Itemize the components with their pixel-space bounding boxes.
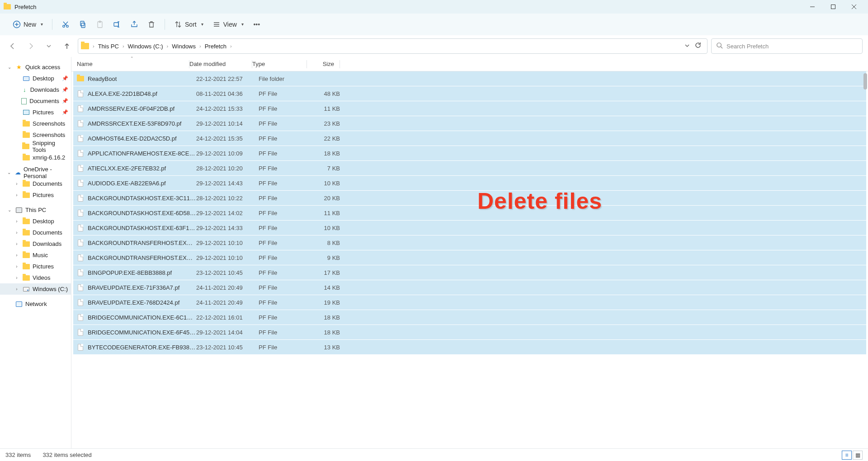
file-type: PF File [259, 284, 313, 291]
file-date: 23-12-2021 10:45 [196, 344, 259, 351]
file-icon [77, 299, 84, 306]
sidebar-item[interactable]: ·↓Downloads📌 [0, 84, 71, 95]
back-button[interactable] [5, 39, 20, 53]
new-label: New [24, 21, 36, 28]
file-row[interactable]: ALEXA.EXE-22D1BD48.pf08-11-2021 04:36PF … [73, 86, 866, 101]
ellipsis-icon: ••• [253, 20, 261, 28]
copy-button[interactable] [74, 18, 91, 31]
sidebar-item[interactable]: ·Documents📌 [0, 95, 71, 107]
sidebar-item[interactable]: ·Pictures📌 [0, 107, 71, 118]
pin-icon: 📌 [62, 98, 68, 104]
file-row[interactable]: BINGPOPUP.EXE-8EBB3888.pf23-12-2021 10:4… [73, 265, 866, 280]
icons-view-button[interactable]: ▦ [853, 451, 863, 460]
file-date: 29-12-2021 14:33 [196, 225, 259, 231]
sidebar-item[interactable]: ·Desktop📌 [0, 73, 71, 84]
sidebar-quick-access[interactable]: ⌄ ★ Quick access [0, 61, 71, 73]
sidebar-item[interactable]: ›Downloads [0, 238, 71, 249]
file-size: 13 KB [313, 344, 345, 351]
file-row[interactable]: AMDRSSERV.EXE-0F04F2DB.pf24-12-2021 15:3… [73, 101, 866, 116]
sort-button[interactable]: Sort ▾ [170, 18, 208, 31]
svg-line-23 [721, 47, 722, 48]
pin-icon: 📌 [62, 75, 68, 81]
file-icon [77, 179, 84, 187]
file-row[interactable]: AMDRSSRCEXT.EXE-53F8D970.pf29-12-2021 10… [73, 116, 866, 131]
file-row[interactable]: BACKGROUNDTRANSFERHOST.EXE-1A4...29-12-2… [73, 235, 866, 250]
sidebar-item[interactable]: ·Screenshots [0, 118, 71, 129]
sidebar-network[interactable]: › Network [0, 298, 71, 310]
file-list: ReadyBoot22-12-2021 22:57File folderALEX… [71, 71, 868, 355]
address-bar[interactable]: › This PC › Windows (C:) › Windows › Pre… [78, 38, 708, 54]
new-button[interactable]: New ▾ [8, 18, 47, 31]
refresh-icon[interactable] [694, 42, 702, 51]
sidebar-item-label: Pictures [33, 263, 54, 270]
sidebar-item[interactable]: ›Pictures [0, 189, 71, 201]
column-date[interactable]: Date modified [189, 61, 252, 67]
sidebar-item[interactable]: ›Desktop [0, 216, 71, 227]
file-row[interactable]: BACKGROUNDTASKHOST.EXE-6D58042C...29-12-… [73, 206, 866, 220]
file-name: BRIDGECOMMUNICATION.EXE-6C1D9F2... [88, 314, 196, 321]
up-button[interactable] [60, 39, 74, 53]
sidebar-item[interactable]: ›Videos [0, 272, 71, 283]
more-button[interactable]: ••• [248, 18, 265, 31]
delete-button[interactable] [143, 18, 160, 31]
file-row[interactable]: APPLICATIONFRAMEHOST.EXE-8CE9A1E...29-12… [73, 146, 866, 160]
main-area: ⌄ ★ Quick access ·Desktop📌·↓Downloads📌·D… [0, 57, 868, 448]
file-name: AMDRSSRCEXT.EXE-53F8D970.pf [88, 120, 196, 127]
sidebar-item[interactable]: ›Windows (C:) [0, 283, 71, 295]
breadcrumb-item[interactable]: Windows (C:) [126, 42, 165, 51]
chevron-down-icon[interactable] [684, 42, 690, 50]
share-button[interactable] [126, 18, 143, 31]
column-type[interactable]: Type [252, 61, 307, 67]
file-date: 22-12-2021 16:01 [196, 314, 259, 321]
breadcrumb-item[interactable]: This PC [96, 42, 121, 51]
column-size[interactable]: Size [307, 61, 340, 67]
chevron-right-icon: › [92, 43, 95, 49]
file-row[interactable]: ReadyBoot22-12-2021 22:57File folder [73, 71, 866, 86]
breadcrumb-item[interactable]: Windows [170, 42, 198, 51]
annotation-text: Delete files [477, 188, 602, 214]
column-name[interactable]: Name [77, 61, 189, 67]
recent-button[interactable] [42, 39, 56, 53]
search-input[interactable] [726, 43, 858, 50]
file-row[interactable]: AOMHOST64.EXE-D2DA2C5D.pf24-12-2021 15:3… [73, 131, 866, 146]
file-row[interactable]: BACKGROUNDTASKHOST.EXE-63F11000...29-12-… [73, 221, 866, 235]
share-icon [130, 20, 138, 28]
sidebar-item[interactable]: ·xmrig-6.16.2 [0, 152, 71, 163]
file-row[interactable]: ATIECLXX.EXE-2FE7EB32.pf28-12-2021 10:20… [73, 161, 866, 175]
close-button[interactable] [844, 0, 864, 14]
details-view-button[interactable]: ≡ [842, 451, 852, 460]
sidebar-item[interactable]: ›Documents [0, 178, 71, 189]
breadcrumb-item[interactable]: Prefetch [203, 42, 228, 51]
file-row[interactable]: BRIDGECOMMUNICATION.EXE-6C1D9F2...22-12-… [73, 310, 866, 325]
search-box[interactable] [711, 38, 863, 54]
file-type: PF File [259, 90, 313, 97]
file-name: BYTECODEGENERATOR.EXE-FB938A53.pf [88, 344, 196, 351]
file-size: 11 KB [313, 105, 345, 112]
sidebar-item-label: Pictures [33, 192, 54, 198]
sidebar-item[interactable]: ›Documents [0, 227, 71, 238]
sidebar-item[interactable]: ›Music [0, 249, 71, 261]
file-row[interactable]: BRIDGECOMMUNICATION.EXE-6F450931...29-12… [73, 325, 866, 339]
sidebar-thispc[interactable]: ⌄ This PC [0, 204, 71, 216]
item-icon [23, 109, 30, 116]
view-button[interactable]: View ▾ [208, 18, 248, 31]
sidebar-item[interactable]: ›Pictures [0, 261, 71, 272]
cut-button[interactable] [57, 18, 74, 31]
file-row[interactable]: BRAVEUPDATE.EXE-71F336A7.pf24-11-2021 20… [73, 280, 866, 295]
sidebar-item-label: Downloads [33, 240, 61, 247]
sidebar-item[interactable]: ·Snipping Tools [0, 141, 71, 152]
file-row[interactable]: BRAVEUPDATE.EXE-768D2424.pf24-11-2021 20… [73, 295, 866, 310]
paste-button[interactable] [91, 18, 108, 31]
minimize-button[interactable] [802, 0, 823, 14]
rename-button[interactable] [108, 18, 126, 31]
sidebar-item[interactable]: ·Screenshots [0, 129, 71, 141]
file-row[interactable]: BACKGROUNDTRANSFERHOST.EXE-DB3...29-12-2… [73, 250, 866, 265]
sidebar-onedrive[interactable]: ⌄ ☁ OneDrive - Personal [0, 167, 71, 178]
file-row[interactable]: BYTECODEGENERATOR.EXE-FB938A53.pf23-12-2… [73, 340, 866, 354]
file-row[interactable]: BACKGROUNDTASKHOST.EXE-3C1130BD...28-12-… [73, 191, 866, 205]
file-row[interactable]: AUDIODG.EXE-AB22E9A6.pf29-12-2021 14:43P… [73, 176, 866, 190]
forward-button[interactable] [24, 39, 38, 53]
item-icon [23, 252, 30, 259]
maximize-button[interactable] [823, 0, 844, 14]
scrollbar-thumb[interactable] [863, 73, 867, 89]
